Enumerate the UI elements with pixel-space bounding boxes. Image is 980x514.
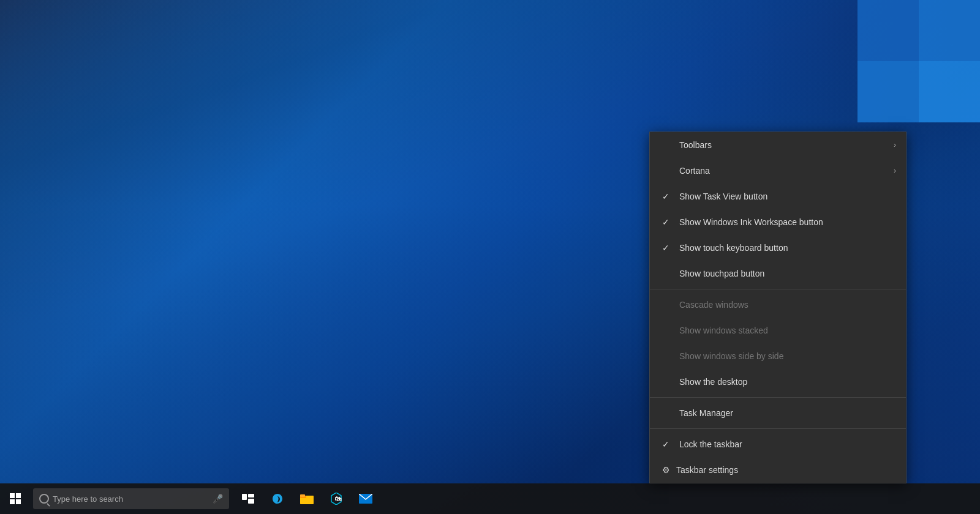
menu-item-show-touchpad[interactable]: Show touchpad button xyxy=(650,261,906,286)
task-view-icon xyxy=(242,494,254,504)
menu-item-show-task-view[interactable]: ✓Show Task View button xyxy=(650,184,906,209)
menu-item-show-desktop[interactable]: Show the desktop xyxy=(650,369,906,395)
checkmark-icon: ✓ xyxy=(662,192,674,201)
menu-item-label: Show windows side by side xyxy=(679,351,783,361)
store-button[interactable]: 🛍 xyxy=(322,483,350,514)
svg-text:🛍: 🛍 xyxy=(334,495,342,502)
menu-separator xyxy=(650,428,906,429)
mail-icon xyxy=(359,494,372,504)
checkmark-icon: ✓ xyxy=(662,217,674,227)
svg-rect-2 xyxy=(248,499,254,504)
menu-item-label: Show Windows Ink Workspace button xyxy=(679,217,823,227)
submenu-arrow-icon: › xyxy=(894,141,896,149)
menu-item-taskbar-settings[interactable]: ⚙Taskbar settings xyxy=(650,457,906,483)
menu-item-label: Toolbars xyxy=(679,140,712,150)
mail-button[interactable] xyxy=(352,483,380,514)
win-tile-4 xyxy=(919,61,980,122)
win-tile-1 xyxy=(858,0,919,61)
task-view-button[interactable] xyxy=(234,483,262,514)
menu-item-lock-taskbar[interactable]: ✓Lock the taskbar xyxy=(650,431,906,457)
taskbar-context-menu: Toolbars›Cortana›✓Show Task View button✓… xyxy=(649,132,907,483)
menu-item-label: Cascade windows xyxy=(679,300,748,310)
menu-item-label: Show the desktop xyxy=(679,377,747,387)
menu-item-label: Show Task View button xyxy=(679,192,767,201)
menu-item-label: Taskbar settings xyxy=(676,465,738,475)
menu-item-label: Show windows stacked xyxy=(679,326,768,335)
menu-item-cortana[interactable]: Cortana› xyxy=(650,158,906,184)
windows-logo-tiles xyxy=(858,0,980,122)
search-box[interactable]: Type here to search 🎤 xyxy=(33,488,229,509)
svg-rect-5 xyxy=(300,494,305,497)
file-explorer-icon xyxy=(300,493,314,504)
menu-item-label: Show touch keyboard button xyxy=(679,243,788,253)
taskbar-pinned-icons: 🛍 xyxy=(234,483,380,514)
svg-rect-0 xyxy=(242,494,247,500)
menu-item-label: Lock the taskbar xyxy=(679,439,742,449)
menu-item-task-manager[interactable]: Task Manager xyxy=(650,400,906,426)
taskbar: Type here to search 🎤 xyxy=(0,483,980,514)
menu-item-cascade-windows: Cascade windows xyxy=(650,292,906,318)
menu-item-toolbars[interactable]: Toolbars› xyxy=(650,132,906,158)
menu-item-show-touch-keyboard[interactable]: ✓Show touch keyboard button xyxy=(650,235,906,261)
menu-item-label: Show touchpad button xyxy=(679,269,764,278)
gear-icon: ⚙ xyxy=(662,465,670,475)
menu-item-label: Cortana xyxy=(679,166,710,176)
file-explorer-button[interactable] xyxy=(293,483,321,514)
submenu-arrow-icon: › xyxy=(894,166,896,175)
menu-item-label: Task Manager xyxy=(679,408,733,418)
checkmark-icon: ✓ xyxy=(662,243,674,253)
search-icon xyxy=(39,494,49,504)
svg-rect-1 xyxy=(248,494,254,497)
store-icon: 🛍 xyxy=(330,493,342,505)
win-tile-3 xyxy=(858,61,919,122)
menu-item-show-ink[interactable]: ✓Show Windows Ink Workspace button xyxy=(650,209,906,235)
search-placeholder: Type here to search xyxy=(53,494,213,504)
desktop: Toolbars›Cortana›✓Show Task View button✓… xyxy=(0,0,980,514)
edge-icon xyxy=(271,493,284,505)
checkmark-icon: ✓ xyxy=(662,439,674,449)
microphone-icon: 🎤 xyxy=(213,494,223,504)
start-button[interactable] xyxy=(0,483,31,514)
menu-item-show-side-by-side: Show windows side by side xyxy=(650,343,906,369)
menu-separator xyxy=(650,397,906,398)
menu-separator xyxy=(650,289,906,289)
windows-logo-icon xyxy=(10,493,21,504)
win-tile-2 xyxy=(919,0,980,61)
menu-item-show-stacked: Show windows stacked xyxy=(650,318,906,343)
edge-button[interactable] xyxy=(263,483,292,514)
